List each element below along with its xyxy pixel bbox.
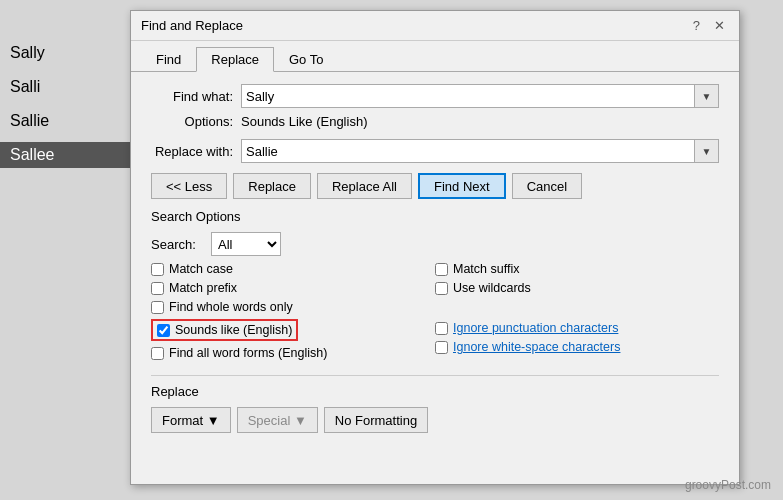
find-input-wrap: ▼ xyxy=(241,84,719,108)
match-suffix-label[interactable]: Use wildcards xyxy=(453,281,531,295)
find-all-checkbox[interactable] xyxy=(151,347,164,360)
close-button[interactable]: ✕ xyxy=(710,18,729,33)
match-prefix-checkbox[interactable] xyxy=(435,263,448,276)
ignore-whitespace-checkbox[interactable] xyxy=(435,341,448,354)
find-what-dropdown[interactable]: ▼ xyxy=(695,84,719,108)
options-value: Sounds Like (English) xyxy=(241,114,367,129)
right-options-col: Match suffix Use wildcards Ignore punctu… xyxy=(435,262,719,365)
replace-buttons: Format ▼ Special ▼ No Formatting xyxy=(151,407,719,433)
search-options-title: Search Options xyxy=(151,209,719,224)
replace-button[interactable]: Replace xyxy=(233,173,311,199)
ignore-punctuation-label[interactable]: Ignore punctuation characters xyxy=(453,321,618,335)
search-label: Search: xyxy=(151,237,211,252)
search-options-area: Search Options Search: All Up Down Match… xyxy=(151,205,719,365)
options-grid: Match case Match prefix Find whole words… xyxy=(151,262,719,365)
find-what-row: Find what: ▼ xyxy=(151,84,719,108)
find-what-label: Find what: xyxy=(151,89,241,104)
left-options-col: Match case Match prefix Find whole words… xyxy=(151,262,435,365)
sidebar-word-sallee[interactable]: Sallee xyxy=(0,142,130,168)
sidebar-word-sally[interactable]: Sally xyxy=(0,40,130,66)
sounds-like-row: Sounds like (English) xyxy=(151,319,298,341)
replace-section: Replace Format ▼ Special ▼ No Formatting xyxy=(151,375,719,433)
sounds-like-label[interactable]: Sounds like (English) xyxy=(175,323,292,337)
find-all-label[interactable]: Find all word forms (English) xyxy=(169,346,327,360)
title-controls: ? ✕ xyxy=(689,18,729,33)
sidebar-word-sallie[interactable]: Sallie xyxy=(0,108,130,134)
find-all-word-forms-row: Find all word forms (English) xyxy=(151,346,435,360)
replace-input-wrap: ▼ xyxy=(241,139,719,163)
options-label: Options: xyxy=(151,114,241,129)
match-case-checkbox[interactable] xyxy=(151,263,164,276)
search-select[interactable]: All Up Down xyxy=(211,232,281,256)
format-button[interactable]: Format ▼ xyxy=(151,407,231,433)
cancel-button[interactable]: Cancel xyxy=(512,173,582,199)
sounds-like-checkbox[interactable] xyxy=(157,324,170,337)
match-case-label[interactable]: Match case xyxy=(169,262,233,276)
find-what-input[interactable] xyxy=(241,84,695,108)
match-prefix-label[interactable]: Match suffix xyxy=(453,262,519,276)
no-formatting-button[interactable]: No Formatting xyxy=(324,407,428,433)
less-button[interactable]: << Less xyxy=(151,173,227,199)
whole-words-label[interactable]: Match prefix xyxy=(169,281,237,295)
match-prefix-row: Match suffix xyxy=(435,262,719,276)
special-button[interactable]: Special ▼ xyxy=(237,407,318,433)
title-bar: Find and Replace ? ✕ xyxy=(131,11,739,41)
match-suffix-checkbox[interactable] xyxy=(435,282,448,295)
dialog-title: Find and Replace xyxy=(141,18,243,33)
ignore-whitespace-row: Ignore white-space characters xyxy=(435,340,719,354)
match-suffix-row: Use wildcards xyxy=(435,281,719,295)
help-button[interactable]: ? xyxy=(689,18,704,33)
whole-words-row: Match prefix xyxy=(151,281,435,295)
wildcards-label[interactable]: Find whole words only xyxy=(169,300,293,314)
replace-with-label: Replace with: xyxy=(151,144,241,159)
wildcards-row: Find whole words only xyxy=(151,300,435,314)
ignore-whitespace-label[interactable]: Ignore white-space characters xyxy=(453,340,620,354)
ignore-punctuation-checkbox[interactable] xyxy=(435,322,448,335)
replace-section-title: Replace xyxy=(151,384,719,399)
find-replace-dialog: Find and Replace ? ✕ Find Replace Go To … xyxy=(130,10,740,485)
action-buttons: << Less Replace Replace All Find Next Ca… xyxy=(151,173,719,199)
replace-with-dropdown[interactable]: ▼ xyxy=(695,139,719,163)
whole-words-checkbox[interactable] xyxy=(151,282,164,295)
replace-with-row: Replace with: ▼ xyxy=(151,139,719,163)
sidebar: Sally Salli Sallie Sallee xyxy=(0,0,130,500)
search-row: Search: All Up Down xyxy=(151,232,719,256)
options-row: Options: Sounds Like (English) xyxy=(151,114,719,129)
ignore-punctuation-row: Ignore punctuation characters xyxy=(435,321,719,335)
replace-with-input[interactable] xyxy=(241,139,695,163)
dialog-content: Find what: ▼ Options: Sounds Like (Engli… xyxy=(131,72,739,445)
find-next-button[interactable]: Find Next xyxy=(418,173,506,199)
replace-all-button[interactable]: Replace All xyxy=(317,173,412,199)
watermark: groovyPost.com xyxy=(685,478,771,492)
tab-find[interactable]: Find xyxy=(141,47,196,72)
match-case-row: Match case xyxy=(151,262,435,276)
tab-goto[interactable]: Go To xyxy=(274,47,338,72)
tab-replace[interactable]: Replace xyxy=(196,47,274,72)
sidebar-word-salli[interactable]: Salli xyxy=(0,74,130,100)
tab-bar: Find Replace Go To xyxy=(131,41,739,72)
wildcards-checkbox[interactable] xyxy=(151,301,164,314)
